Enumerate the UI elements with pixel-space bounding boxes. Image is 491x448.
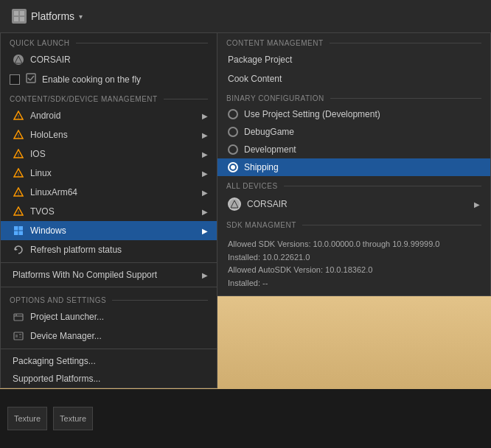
windows-item[interactable]: Windows ▶ — [1, 221, 217, 240]
project-launcher-item[interactable]: Project Launcher... — [1, 307, 217, 326]
corsair-device-icon — [228, 197, 241, 211]
corsair-icon — [13, 54, 24, 66]
supported-platforms-item[interactable]: Supported Platforms... — [1, 370, 217, 388]
dropdown-menu: QUICK LAUNCH CORSAIR Enable cooking on t… — [0, 32, 217, 388]
platforms-label: Platforms — [31, 10, 74, 22]
arrow-icon: ▶ — [202, 169, 208, 178]
development-radio — [228, 144, 238, 155]
svg-text:!: ! — [18, 153, 19, 158]
quick-launch-section: QUICK LAUNCH — [1, 33, 217, 50]
bottom-bar: Texture Texture — [0, 389, 491, 448]
svg-rect-32 — [14, 332, 23, 340]
refresh-item[interactable]: Refresh platform status — [1, 240, 217, 259]
top-bar: Platforms ▾ — [0, 0, 491, 32]
shipping-radio — [228, 162, 238, 172]
svg-text:!: ! — [18, 172, 19, 177]
packaging-settings-item[interactable]: Packaging Settings... — [1, 352, 217, 370]
hololens-item[interactable]: ! HoloLens ▶ — [1, 125, 217, 144]
arrow-icon: ▶ — [202, 150, 208, 158]
content-sdk-section: CONTENT/SDK/DEVICE MANAGEMENT — [1, 89, 217, 106]
refresh-icon — [13, 244, 24, 256]
separator-3 — [1, 349, 217, 349]
content-management-label: CONTENT MANAGEMENT — [217, 33, 490, 50]
svg-point-31 — [15, 315, 17, 316]
cook-content-item[interactable]: Cook Content — [217, 69, 490, 88]
use-project-radio — [228, 109, 238, 119]
device-manager-item[interactable]: Device Manager... — [1, 326, 217, 346]
svg-text:!: ! — [18, 191, 19, 196]
package-project-item[interactable]: Package Project — [217, 50, 490, 69]
device-arrow-icon: ▶ — [474, 200, 480, 209]
arrow-icon: ▶ — [202, 189, 208, 197]
project-launcher-icon — [13, 311, 24, 323]
svg-rect-24 — [14, 226, 18, 231]
svg-rect-1 — [20, 11, 24, 15]
selected-arrow-icon: ▶ — [202, 227, 208, 235]
debuggame-item[interactable]: DebugGame — [217, 123, 490, 141]
chevron-down-icon: ▾ — [79, 13, 83, 21]
ios-icon: ! — [13, 148, 24, 160]
platforms-button[interactable]: Platforms ▾ — [6, 6, 88, 27]
arrow-icon: ▶ — [202, 208, 208, 216]
use-project-item[interactable]: Use Project Setting (Development) — [217, 105, 490, 123]
android-icon: ! — [13, 110, 24, 122]
svg-rect-35 — [19, 337, 21, 337]
separator-1 — [1, 262, 217, 263]
options-section: OPTIONS AND SETTINGS — [1, 290, 217, 307]
shipping-item[interactable]: Shipping — [217, 158, 490, 176]
development-item[interactable]: Development — [217, 141, 490, 158]
svg-text:!: ! — [18, 114, 19, 119]
svg-rect-0 — [14, 11, 18, 15]
svg-rect-2 — [14, 17, 18, 21]
no-compile-arrow-icon: ▶ — [202, 271, 208, 279]
no-compile-item[interactable]: Platforms With No Compiled Support ▶ — [1, 266, 217, 284]
ios-item[interactable]: ! IOS ▶ — [1, 144, 217, 164]
sub-panel: CONTENT MANAGEMENT Package Project Cook … — [217, 32, 491, 296]
linux-icon: ! — [13, 167, 24, 179]
svg-rect-34 — [19, 334, 21, 335]
platforms-icon — [12, 9, 27, 24]
linuxarm64-item[interactable]: ! LinuxArm64 ▶ — [1, 183, 217, 202]
arrow-icon: ▶ — [202, 131, 208, 139]
android-item[interactable]: ! Android ▶ — [1, 106, 217, 125]
device-manager-icon — [13, 330, 24, 342]
cook-checkbox[interactable] — [10, 74, 20, 85]
cook-icon — [26, 73, 36, 85]
svg-marker-28 — [15, 248, 18, 251]
texture-1: Texture — [7, 407, 47, 430]
svg-rect-9 — [27, 74, 35, 83]
svg-rect-27 — [19, 231, 24, 236]
sdk-info: Allowed SDK Versions: 10.0.00000.0 throu… — [217, 232, 490, 295]
tvos-icon: ! — [13, 206, 24, 217]
linux-item[interactable]: ! Linux ▶ — [1, 164, 217, 183]
separator-2 — [1, 287, 217, 287]
linuxarm64-icon: ! — [13, 186, 24, 198]
svg-text:!: ! — [18, 210, 19, 215]
binary-config-label: BINARY CONFIGURATION — [217, 88, 490, 105]
svg-rect-33 — [15, 335, 18, 337]
corsair-quick-item[interactable]: CORSAIR — [1, 50, 217, 69]
svg-rect-25 — [19, 226, 24, 231]
all-devices-label: ALL DEVICES — [217, 176, 490, 193]
svg-line-11 — [30, 76, 34, 80]
sdk-management-label: SDK MANAGMENT — [217, 215, 490, 232]
arrow-icon: ▶ — [202, 112, 208, 120]
corsair-device-item[interactable]: CORSAIR ▶ — [217, 193, 490, 215]
tvos-item[interactable]: ! TVOS ▶ — [1, 202, 217, 221]
debuggame-radio — [228, 127, 238, 137]
hololens-icon: ! — [13, 129, 24, 141]
windows-icon — [13, 225, 24, 237]
svg-text:!: ! — [18, 133, 19, 139]
svg-rect-26 — [14, 231, 18, 236]
texture-2: Texture — [53, 407, 93, 430]
cook-on-fly-item[interactable]: Enable cooking on the fly — [1, 69, 217, 89]
svg-rect-29 — [14, 314, 23, 321]
svg-rect-3 — [20, 17, 24, 21]
